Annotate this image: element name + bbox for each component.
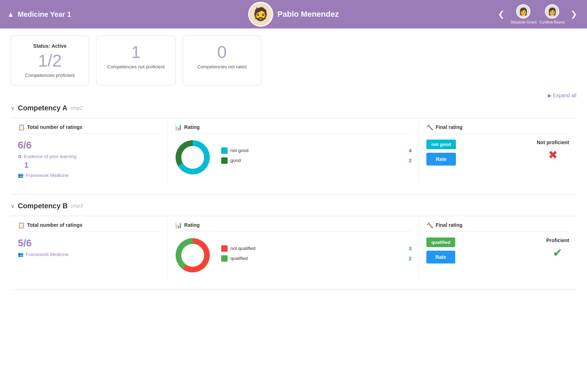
stat-number-proficient: 1/2 bbox=[22, 52, 78, 70]
rating-badge-0: not good bbox=[426, 140, 456, 149]
section-divider-0 bbox=[11, 194, 576, 195]
legend-label-text: qualified bbox=[230, 256, 406, 261]
rating-value-1: 5/6 bbox=[18, 237, 160, 249]
menu-icon[interactable]: ▲ bbox=[7, 10, 14, 19]
legend-count: 2 bbox=[409, 255, 412, 261]
stat-card-not-proficient: 1 Competencies not proficient bbox=[96, 36, 176, 85]
stat-number-not-proficient: 1 bbox=[107, 43, 165, 62]
ratings-col-1: 📋 Total number of ratings 5/6 👥 Framewor… bbox=[11, 216, 168, 279]
competency-code-0: cmp2 bbox=[70, 105, 82, 111]
final-rating-content-1: qualified Rate Proficient ✔ bbox=[426, 237, 569, 263]
legend-label-text: good bbox=[230, 158, 406, 163]
final-rating-col-header-1: 🔨 Final rating bbox=[426, 222, 569, 232]
evidence-label: ✿ Evidence of prior learning bbox=[18, 154, 160, 159]
final-rating-content-0: not good Rate Not proficient ✖ bbox=[426, 140, 569, 166]
final-rating-right-0: Not proficient ✖ bbox=[537, 140, 569, 162]
legend-item: qualified 2 bbox=[221, 255, 412, 262]
stat-number-not-rated: 0 bbox=[194, 43, 250, 62]
legend-count: 4 bbox=[409, 147, 412, 153]
nav-avatar-2: 👩 bbox=[545, 4, 559, 19]
rating-col-header-0: 📊 Rating bbox=[175, 124, 412, 134]
header-title-area: ▲ Medicine Year 1 bbox=[7, 10, 71, 19]
status-text: Status: Active bbox=[22, 43, 78, 49]
rating-col-header-1: 📊 Rating bbox=[175, 222, 412, 232]
framework-icon-0: 👥 bbox=[18, 173, 24, 178]
status-value: Active bbox=[52, 43, 67, 49]
framework-text-1: Framework Medicine bbox=[26, 252, 69, 257]
framework-text-0: Framework Medicine bbox=[26, 173, 69, 178]
final-rating-left-1: qualified Rate bbox=[426, 237, 455, 263]
legend-area-0: not good 4 good 2 bbox=[221, 147, 412, 167]
final-rating-col-1: 🔨 Final rating qualified Rate Proficient… bbox=[419, 216, 576, 279]
ratings-col-0: 📋 Total number of ratings 6/6 ✿ Evidence… bbox=[11, 118, 168, 184]
legend-color-swatch bbox=[221, 157, 228, 164]
expand-all-row: ▶ Expand all bbox=[11, 93, 576, 98]
ratings-col-header-1: 📋 Total number of ratings bbox=[18, 222, 160, 232]
competency-section-0: ∨ Competency A cmp2 📋 Total number of ra… bbox=[11, 104, 576, 184]
comp-grid-1: 📋 Total number of ratings 5/6 👥 Framewor… bbox=[11, 216, 576, 279]
next-arrow[interactable]: ❯ bbox=[568, 8, 580, 20]
ratings-header-text-0: Total number of ratings bbox=[27, 124, 82, 130]
competency-header-1: ∨ Competency B cmp3 bbox=[11, 202, 576, 210]
competencies-container: ∨ Competency A cmp2 📋 Total number of ra… bbox=[11, 104, 576, 290]
donut-chart-1 bbox=[175, 237, 211, 273]
chevron-icon-0[interactable]: ∨ bbox=[11, 105, 15, 111]
legend-color-swatch bbox=[221, 147, 228, 154]
rating-header-text-1: Rating bbox=[184, 222, 200, 228]
rate-button-1[interactable]: Rate bbox=[426, 251, 455, 263]
prev-arrow[interactable]: ❮ bbox=[495, 8, 507, 20]
chart-area-0: not good 4 good 2 bbox=[175, 140, 412, 175]
final-rating-right-1: Proficient ✔ bbox=[546, 237, 569, 260]
proficiency-label-1: Proficient bbox=[546, 237, 569, 243]
legend-item: good 2 bbox=[221, 157, 412, 164]
rating-col-0: 📊 Rating not good 4 good 2 bbox=[168, 118, 419, 184]
section-divider-1 bbox=[11, 289, 576, 290]
legend-area-1: not qualified 3 qualified 2 bbox=[221, 245, 412, 265]
competency-title-1: Competency B bbox=[18, 202, 68, 210]
ratings-icon-0: 📋 bbox=[18, 124, 25, 131]
proficiency-icon-1: ✔ bbox=[553, 246, 562, 260]
nav-user-2-name: Cynthia Reyes bbox=[539, 20, 565, 24]
stat-label-not-proficient: Competencies not proficient bbox=[107, 64, 165, 69]
framework-icon-1: 👥 bbox=[18, 252, 24, 257]
evidence-icon: ✿ bbox=[18, 154, 22, 159]
rating-col-1: 📊 Rating not qualified 3 qualified 2 bbox=[168, 216, 419, 279]
competency-code-1: cmp3 bbox=[71, 203, 83, 209]
competency-section-1: ∨ Competency B cmp3 📋 Total number of ra… bbox=[11, 202, 576, 279]
nav-user-2[interactable]: 👩 Cynthia Reyes bbox=[539, 4, 565, 24]
final-rating-left-0: not good Rate bbox=[426, 140, 456, 166]
legend-item: not good 4 bbox=[221, 147, 412, 154]
evidence-text: Evidence of prior learning bbox=[24, 154, 76, 159]
header-center: 🧔 Pablo Menendez bbox=[248, 2, 339, 27]
stat-card-proficient: Status: Active 1/2 Competencies proficie… bbox=[11, 36, 89, 85]
legend-count: 2 bbox=[409, 157, 412, 163]
competency-title-0: Competency A bbox=[18, 104, 67, 112]
chevron-icon-1[interactable]: ∨ bbox=[11, 203, 15, 209]
expand-all-button[interactable]: ▶ Expand all bbox=[548, 93, 576, 98]
stat-label-not-rated: Competencies not rated bbox=[194, 64, 250, 69]
legend-label-text: not good bbox=[230, 148, 406, 153]
legend-item: not qualified 3 bbox=[221, 245, 412, 252]
legend-color-swatch bbox=[221, 255, 228, 262]
final-rating-header-text-0: Final rating bbox=[436, 124, 462, 130]
rating-value-0: 6/6 bbox=[18, 140, 160, 151]
stats-row: Status: Active 1/2 Competencies proficie… bbox=[11, 36, 576, 85]
legend-count: 3 bbox=[409, 245, 412, 251]
chart-icon-0: 📊 bbox=[175, 124, 182, 131]
legend-color-swatch bbox=[221, 245, 228, 252]
competency-header-0: ∨ Competency A cmp2 bbox=[11, 104, 576, 112]
evidence-count: 1 bbox=[24, 161, 160, 170]
comp-grid-0: 📋 Total number of ratings 6/6 ✿ Evidence… bbox=[11, 118, 576, 184]
final-rating-col-0: 🔨 Final rating not good Rate Not profici… bbox=[419, 118, 576, 184]
ratings-col-header-0: 📋 Total number of ratings bbox=[18, 124, 160, 134]
user-avatar: 🧔 bbox=[248, 2, 273, 27]
nav-user-1[interactable]: 👩 Stepanie Grant bbox=[510, 4, 536, 24]
legend-label-text: not qualified bbox=[230, 246, 406, 251]
rate-button-0[interactable]: Rate bbox=[426, 153, 456, 166]
chart-icon-1: 📊 bbox=[175, 222, 182, 229]
ratings-header-text-1: Total number of ratings bbox=[27, 222, 82, 228]
stat-card-not-rated: 0 Competencies not rated bbox=[183, 36, 261, 85]
final-rating-icon-1: 🔨 bbox=[426, 222, 433, 229]
user-name: Pablo Menendez bbox=[277, 10, 339, 19]
header-nav: ❮ 👩 Stepanie Grant 👩 Cynthia Reyes ❯ bbox=[495, 4, 580, 24]
